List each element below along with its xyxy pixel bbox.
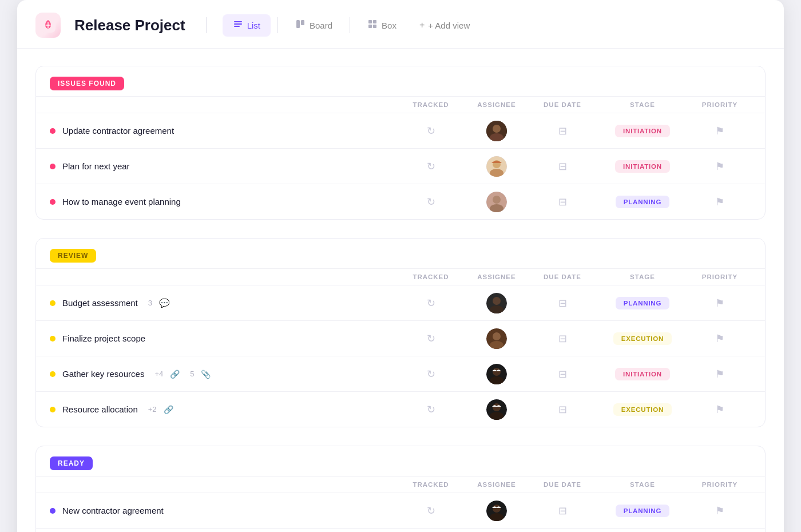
comment-icon: 💬	[159, 298, 170, 308]
nav-tabs: List Board	[223, 14, 478, 37]
col-stage: STAGE	[597, 273, 688, 280]
row-name: How to manage event planning	[50, 197, 396, 207]
section-review-card: REVIEW TRACKED ASSIGNEE DUE DATE STAGE P…	[35, 238, 766, 427]
tab-box[interactable]: Box	[357, 14, 407, 37]
svg-rect-4	[296, 20, 300, 28]
flag-icon[interactable]: ⚑	[715, 368, 724, 380]
issues-badge: ISSUES FOUND	[50, 77, 124, 90]
table-row: Update contractor agreement ↻ ⊟ INI	[36, 113, 765, 148]
svg-rect-3	[234, 26, 240, 27]
tracked-icon[interactable]: ↻	[427, 332, 435, 345]
tracked-icon[interactable]: ↻	[427, 403, 435, 416]
col-assignee: ASSIGNEE	[465, 273, 528, 280]
nav-divider-1	[277, 17, 278, 33]
avatar	[486, 501, 507, 521]
tab-board[interactable]: Board	[285, 14, 343, 37]
row-dot-yellow	[50, 336, 55, 342]
stage-cell: INITIATION	[597, 125, 688, 137]
stage-badge: EXECUTION	[613, 332, 672, 345]
flag-icon[interactable]: ⚑	[715, 403, 724, 416]
table-row: Gather key resources +4 🔗 5 📎 ↻ ⊟ INITIA…	[36, 356, 765, 391]
flag-icon[interactable]: ⚑	[715, 505, 724, 517]
stage-badge: INITIATION	[615, 160, 670, 173]
table-row: Budget assessment 3 💬 ↻ ⊟ PLANNING ⚑	[36, 285, 765, 320]
add-view-button[interactable]: + + Add view	[411, 15, 478, 35]
svg-rect-9	[373, 25, 376, 28]
flag-icon[interactable]: ⚑	[715, 160, 724, 173]
avatar	[486, 121, 507, 141]
section-ready: READY TRACKED ASSIGNEE DUE DATE STAGE PR…	[35, 446, 766, 532]
avatar	[486, 364, 507, 384]
row-dot-yellow	[50, 407, 55, 412]
col-priority: PRIORITY	[688, 481, 751, 488]
table-row: New contractor agreement ↻ ⊟ PLANNING ⚑	[36, 493, 765, 528]
col-tracked: TRACKED	[396, 101, 465, 108]
col-stage: STAGE	[597, 101, 688, 108]
main-content: ISSUES FOUND TRACKED ASSIGNEE DUE DATE S…	[17, 49, 784, 532]
calendar-icon[interactable]: ⊟	[558, 160, 567, 173]
svg-point-23	[493, 332, 501, 340]
box-icon	[367, 19, 378, 32]
tracked-icon[interactable]: ↻	[427, 368, 435, 380]
tracked-icon[interactable]: ↻	[427, 505, 435, 517]
plus-icon: +	[419, 20, 425, 30]
row-name: Budget assessment 3 💬	[50, 298, 396, 308]
col-name	[50, 101, 396, 108]
flag-icon[interactable]: ⚑	[715, 332, 724, 345]
stage-badge: EXECUTION	[613, 403, 672, 416]
table-header-ready: TRACKED ASSIGNEE DUE DATE STAGE PRIORITY	[36, 476, 765, 493]
table-header-issues: TRACKED ASSIGNEE DUE DATE STAGE PRIORITY	[36, 96, 765, 113]
table-row: Finalize project scope ↻ ⊟ EXECUTION ⚑	[36, 320, 765, 356]
calendar-icon[interactable]: ⊟	[558, 368, 567, 380]
section-issues: ISSUES FOUND TRACKED ASSIGNEE DUE DATE S…	[35, 66, 766, 220]
flag-icon[interactable]: ⚑	[715, 297, 724, 309]
col-assignee: ASSIGNEE	[465, 481, 528, 488]
ready-badge: READY	[50, 456, 93, 470]
section-review-header: REVIEW	[36, 239, 765, 268]
calendar-icon[interactable]: ⊟	[558, 196, 567, 208]
calendar-icon[interactable]: ⊟	[558, 297, 567, 309]
svg-rect-5	[301, 20, 304, 25]
row-name: New contractor agreement	[50, 506, 396, 515]
attach-icon: 📎	[201, 370, 211, 379]
svg-rect-7	[373, 20, 376, 23]
calendar-icon[interactable]: ⊟	[558, 505, 567, 517]
tracked-icon[interactable]: ↻	[427, 196, 435, 208]
link-icon: 🔗	[164, 405, 173, 414]
avatar	[486, 328, 507, 349]
svg-point-29	[493, 403, 501, 411]
section-ready-card: READY TRACKED ASSIGNEE DUE DATE STAGE PR…	[35, 446, 766, 532]
svg-rect-6	[368, 20, 372, 23]
row-dot-red	[50, 199, 55, 205]
app-logo	[35, 13, 61, 38]
svg-point-20	[493, 297, 501, 305]
tracked-icon[interactable]: ↻	[427, 125, 435, 137]
row-name: Finalize project scope	[50, 334, 396, 343]
avatar	[486, 399, 507, 420]
row-dot-red	[50, 128, 55, 134]
tracked-icon[interactable]: ↻	[427, 297, 435, 309]
row-dot-purple	[50, 508, 55, 514]
tracked-cell: ↻	[396, 125, 465, 137]
calendar-icon[interactable]: ⊟	[558, 125, 567, 137]
calendar-icon[interactable]: ⊟	[558, 403, 567, 416]
table-row: Resource allocation +2 🔗 ↻ ⊟ EXECUTION ⚑	[36, 391, 765, 427]
svg-rect-2	[234, 23, 242, 25]
priority-cell: ⚑	[688, 125, 751, 137]
flag-icon[interactable]: ⚑	[715, 196, 724, 208]
tracked-icon[interactable]: ↻	[427, 160, 435, 173]
nav-divider-2	[350, 17, 350, 33]
row-dot-yellow	[50, 300, 55, 306]
col-tracked: TRACKED	[396, 273, 465, 280]
flag-icon[interactable]: ⚑	[715, 125, 724, 137]
svg-point-32	[493, 505, 501, 513]
tab-list[interactable]: List	[223, 14, 271, 37]
stage-badge: PLANNING	[616, 196, 669, 208]
calendar-icon[interactable]: ⊟	[558, 332, 567, 345]
table-row: Plan for next year ↻ ⊟ INITIATION ⚑	[36, 148, 765, 184]
stage-badge: PLANNING	[616, 505, 669, 517]
avatar	[486, 156, 507, 177]
stage-badge: PLANNING	[616, 297, 669, 309]
link-icon: 🔗	[170, 370, 180, 379]
col-tracked: TRACKED	[396, 481, 465, 488]
